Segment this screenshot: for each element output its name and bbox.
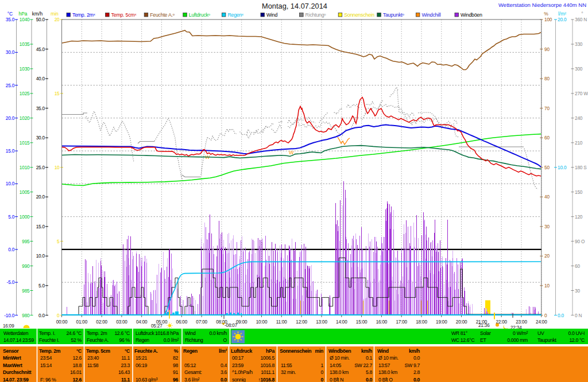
svg-text:MinWert: MinWert [3,355,21,361]
svg-text:15:14: 15:14 [40,362,52,368]
svg-text:0.0: 0.0 [413,355,420,361]
svg-text:Temp. 5cmx: Temp. 5cmx [111,12,137,18]
svg-text:10:00: 10:00 [256,319,268,325]
svg-text:12.6 °C: 12.6 °C [114,330,130,336]
svg-text:l/m²: l/m² [219,348,227,354]
svg-text:↑1016.8: ↑1016.8 [258,377,275,382]
svg-text:1015: 1015 [20,140,30,146]
svg-text:60: 60 [575,263,580,269]
svg-text:06:00: 06:00 [176,319,188,325]
svg-text:11.1: 11.1 [121,377,130,382]
svg-text:Temp. 2mx: Temp. 2mx [72,12,95,18]
svg-text:20.0: 20.0 [36,194,45,200]
svg-text:1016.8: 1016.8 [261,362,275,368]
svg-text:50: 50 [544,165,550,170]
svg-text:16.43: 16.43 [118,369,130,375]
svg-text:0.0: 0.0 [8,247,15,252]
svg-text:06:19: 06:19 [136,362,148,368]
svg-text:0 Bft N: 0 Bft N [330,377,343,382]
svg-text:Regen: Regen [183,348,198,354]
svg-text:SW 9.7: SW 9.7 [405,362,420,368]
svg-text:240: 240 [575,115,583,121]
svg-text:15: 15 [55,91,60,96]
svg-text:3.6 l/m²: 3.6 l/m² [184,377,200,382]
svg-text:0.0 UV-I: 0.0 UV-I [568,330,585,336]
svg-text:1035: 1035 [20,41,30,47]
svg-text:Wind: Wind [377,348,389,354]
svg-text:sonnig: sonnig [232,377,246,382]
svg-text:Sensor: Sensor [3,348,19,354]
svg-text:15:00: 15:00 [356,319,368,325]
svg-text:14.07. 23:59: 14.07. 23:59 [3,377,29,382]
svg-text:19:00: 19:00 [436,319,447,325]
svg-text:0.0: 0.0 [220,377,227,382]
svg-text:Sonnenschein: Sonnenschein [280,348,311,354]
svg-text:0.0 km/h: 0.0 km/h [209,330,227,336]
svg-text:Regenx: Regenx [227,12,243,18]
svg-text:23:59: 23:59 [232,362,244,368]
svg-text:-08:07: -08:07 [225,323,238,328]
svg-text:km/h: km/h [409,348,420,354]
svg-text:Windchill: Windchill [421,12,440,18]
svg-text:12.0 °C: 12.0 °C [569,337,585,343]
svg-text:1025: 1025 [20,91,30,96]
svg-text:Luftdruck: Luftdruck [231,348,252,354]
svg-text:13:00: 13:00 [316,319,327,325]
svg-text:12.6: 12.6 [72,377,82,382]
svg-text:Luftdruck: Luftdruck [136,330,155,336]
svg-text:1011.1: 1011.1 [261,369,274,375]
svg-text:90: 90 [544,46,550,52]
svg-text:0.0: 0.0 [38,313,45,318]
svg-text:Feuchte A.o: Feuchte A.o [150,12,175,18]
svg-text:-10.0: -10.0 [4,313,14,318]
svg-text:15:21: 15:21 [136,355,148,361]
svg-text:14.07.14 23:59: 14.07.14 23:59 [3,337,34,343]
svg-text:05:12: 05:12 [184,362,196,368]
svg-text:985: 985 [22,288,30,294]
svg-text:40.0: 40.0 [36,76,45,81]
svg-text:0: 0 [57,313,60,318]
svg-text:°C: °C [76,348,82,354]
svg-text:00:00: 00:00 [56,319,68,325]
svg-text:16.01: 16.01 [70,369,82,375]
svg-text:17:00: 17:00 [396,319,407,325]
svg-text:Wind: Wind [266,12,277,18]
svg-text:21:36: 21:36 [478,323,490,328]
svg-text:Temp. I.: Temp. I. [39,330,55,336]
svg-text:km/h: km/h [361,348,372,354]
svg-text:0 N: 0 N [575,313,582,318]
svg-text:120: 120 [575,214,583,220]
svg-text:32 min.: 32 min. [281,369,296,375]
svg-text:1020: 1020 [20,115,30,121]
svg-text:1030: 1030 [20,66,30,72]
svg-text:1016.8 hPa: 1016.8 hPa [155,330,179,336]
svg-text:25.0: 25.0 [6,83,15,88]
svg-text:91: 91 [173,369,178,375]
svg-text:UV: UV [537,330,544,336]
svg-text:96 %: 96 % [119,337,130,343]
svg-text:0.1: 0.1 [366,355,373,361]
svg-text:82: 82 [173,355,178,361]
svg-text:16:09: 16:09 [3,323,14,329]
svg-text:25.0: 25.0 [36,165,45,170]
svg-text:Windböen: Windböen [328,348,351,354]
svg-text:0 W/m²: 0 W/m² [513,330,528,336]
svg-text:90 O: 90 O [575,239,585,244]
svg-text:300: 300 [575,66,583,72]
svg-text:18:00: 18:00 [416,319,427,325]
svg-text:km/h: km/h [32,11,43,17]
svg-text:20.0: 20.0 [558,17,567,22]
svg-text:10.0: 10.0 [36,253,45,259]
svg-text:30.0: 30.0 [36,135,45,141]
svg-text:24.6 °C: 24.6 °C [66,330,82,336]
svg-text:MaxWert: MaxWert [3,362,22,368]
svg-text:Richtungo: Richtungo [305,12,327,18]
svg-text:23:40: 23:40 [87,355,99,361]
svg-text:O: O [223,337,227,343]
svg-text:1040: 1040 [20,17,30,22]
svg-text:10: 10 [544,283,550,289]
svg-text:ET: ET [480,337,486,343]
svg-text:Taupunkto: Taupunkto [383,12,405,18]
svg-text:20: 20 [55,17,60,22]
svg-text:%: % [544,11,548,17]
